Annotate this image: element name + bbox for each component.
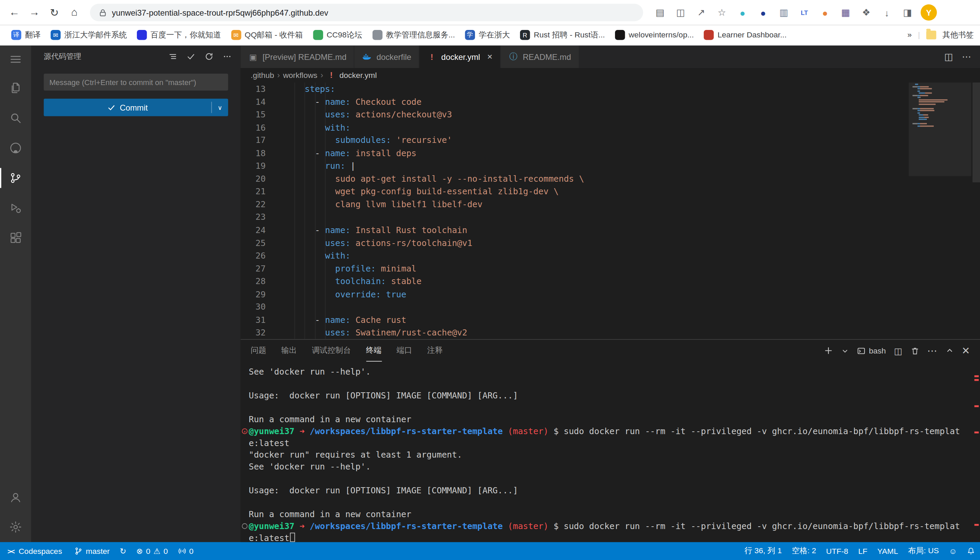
split-editor-icon[interactable]: ◫ [944, 52, 953, 63]
breadcrumb-item[interactable]: workflows [283, 71, 317, 80]
bookmark-item[interactable]: ✉浙江大学邮件系统 [46, 28, 132, 42]
commit-dropdown-chevron-icon[interactable]: ∨ [212, 99, 228, 116]
code-line[interactable]: 18 - name: install deps [241, 147, 980, 160]
sidebar-panel-icon[interactable]: ◨ [898, 3, 917, 22]
code-line[interactable]: 16 with: [241, 121, 980, 134]
status-feedback-icon[interactable]: ☺ [944, 542, 962, 560]
tab-docker-yml[interactable]: !docker.yml✕ [420, 46, 501, 68]
code-line[interactable]: 31 - name: Cache rust [241, 313, 980, 326]
extension-shield-icon[interactable]: ● [754, 3, 773, 22]
panel-tab-comments[interactable]: 注释 [427, 340, 443, 361]
bookmark-qq[interactable]: ✉QQ邮箱 - 收件箱 [226, 28, 308, 42]
back-icon[interactable]: ← [5, 3, 24, 22]
remote-indicator[interactable]: >< Codespaces [0, 542, 69, 560]
refresh-icon[interactable] [204, 52, 214, 61]
terminal-profile-chevron-icon[interactable] [841, 347, 849, 355]
code-line[interactable]: 22 clang llvm libelf1 libelf-dev [241, 198, 980, 211]
status-cursor-position[interactable]: 行 36, 列 1 [739, 542, 787, 560]
status-sync-icon[interactable]: ↻ [115, 542, 131, 560]
code-line[interactable]: 24 - name: Install Rust toolchain [241, 223, 980, 237]
commit-button-main[interactable]: Commit [43, 99, 211, 116]
status-branch[interactable]: master [69, 542, 115, 560]
browser-profile-avatar[interactable]: Y [921, 4, 937, 21]
code-line[interactable]: 28 toolchain: stable [241, 275, 980, 288]
code-line[interactable]: 19 run: | [241, 160, 980, 172]
split-screen-icon[interactable]: ◫ [671, 3, 690, 22]
code-line[interactable]: 20 sudo apt-get install -y --no-install-… [241, 172, 980, 185]
home-icon[interactable]: ⌂ [65, 3, 84, 22]
commit-message-input[interactable] [43, 74, 228, 91]
panel-tab-problems[interactable]: 问题 [251, 340, 266, 361]
commit-button[interactable]: Commit ∨ [43, 99, 228, 116]
share-icon[interactable]: ↗ [692, 3, 711, 22]
code-line[interactable]: 17 submodules: 'recursive' [241, 134, 980, 147]
downloads-icon[interactable]: ↓ [878, 3, 896, 22]
run-debug-icon[interactable] [0, 193, 31, 223]
extension-teal-icon[interactable]: ● [733, 3, 752, 22]
terminal-instance-selector[interactable]: bash [857, 346, 886, 355]
tab-dockerfile[interactable]: dockerfile [355, 46, 419, 68]
editor-scrollbar[interactable] [973, 82, 980, 182]
status-language[interactable]: YAML [872, 542, 903, 560]
code-line[interactable]: 23 [241, 211, 980, 223]
extension-orange-icon[interactable]: ● [816, 3, 834, 22]
other-bookmarks-label[interactable]: 其他书签 [943, 30, 974, 40]
bookmark-item[interactable]: 教学管理信息服务... [367, 28, 460, 42]
status-ports[interactable]: 0 [173, 542, 199, 560]
code-line[interactable]: 25 uses: actions-rs/toolchain@v1 [241, 237, 980, 249]
status-eol[interactable]: LF [853, 542, 872, 560]
refresh-icon[interactable]: ↻ [45, 3, 64, 22]
minimap[interactable] [913, 84, 968, 127]
commit-check-icon[interactable] [186, 52, 196, 61]
settings-gear-icon[interactable] [0, 512, 31, 542]
maximize-panel-icon[interactable] [945, 347, 953, 355]
panel-tab-debug-console[interactable]: 调试控制台 [312, 340, 351, 361]
breadcrumb-file[interactable]: docker.yml [339, 71, 377, 80]
code-line[interactable]: 15 uses: actions/checkout@v3 [241, 108, 980, 121]
code-line[interactable]: 13 steps: [241, 82, 980, 95]
bookmark-item[interactable]: 译翻译 [6, 28, 46, 42]
account-icon[interactable] [0, 482, 31, 512]
extension-notes-icon[interactable]: ▥ [774, 3, 793, 22]
forward-icon[interactable]: → [25, 3, 43, 22]
bookmark-cc98[interactable]: CC98论坛 [308, 28, 367, 42]
favorites-icon[interactable]: ☆ [712, 3, 731, 22]
bookmark-learner-dashboar[interactable]: Learner Dashboar... [699, 28, 792, 42]
extension-grid-icon[interactable]: ▦ [836, 3, 855, 22]
github-icon[interactable] [0, 133, 31, 163]
extensions-icon[interactable] [0, 223, 31, 253]
code-line[interactable]: 26 with: [241, 249, 980, 262]
terminal[interactable]: See 'docker run --help'. Usage: docker r… [241, 362, 980, 542]
bookmark-weloveinterns-op[interactable]: weloveinterns/op... [610, 28, 699, 42]
explorer-icon[interactable] [0, 73, 31, 103]
languagetool-icon[interactable]: LT [795, 3, 814, 22]
panel-tab-output[interactable]: 输出 [281, 340, 297, 361]
status-encoding[interactable]: UTF-8 [821, 542, 853, 560]
code-line[interactable]: 21 wget pkg-config build-essential zlib1… [241, 185, 980, 198]
search-icon[interactable] [0, 103, 31, 133]
address-bar[interactable]: yunwei37-potential-space-trout-rpr5qwj66… [90, 4, 643, 21]
menu-icon[interactable] [0, 46, 31, 73]
editor-more-actions-icon[interactable]: ⋯ [962, 52, 972, 63]
panel-tab-terminal[interactable]: 终端 [366, 340, 382, 361]
code-line[interactable]: 30 [241, 300, 980, 313]
kill-terminal-trash-icon[interactable] [911, 346, 920, 355]
new-terminal-icon[interactable] [824, 346, 834, 355]
code-editor[interactable]: 13 steps:14 - name: Checkout code15 uses… [241, 82, 980, 339]
panel-more-actions-icon[interactable]: ⋯ [927, 345, 937, 357]
bookmarks-overflow-chevron[interactable]: » [908, 31, 912, 40]
more-actions-icon[interactable] [222, 52, 232, 61]
close-icon[interactable]: ✕ [487, 53, 493, 61]
source-control-icon[interactable] [0, 163, 31, 193]
code-line[interactable]: 27 profile: minimal [241, 262, 980, 275]
breadcrumb-item[interactable]: .github [251, 71, 274, 80]
bookmark-item[interactable]: 学学在浙大 [460, 28, 515, 42]
bookmark-rust-rust[interactable]: RRust 招聘 - Rust语... [515, 28, 610, 42]
status-problems[interactable]: ⊗ 0 ⚠ 0 [131, 542, 173, 560]
tab-preview-readme-md[interactable]: ▣[Preview] README.md [241, 46, 355, 68]
split-terminal-icon[interactable]: ◫ [894, 346, 902, 355]
status-bell-icon[interactable] [962, 542, 980, 560]
tab-readme-md[interactable]: ⓘREADME.md [501, 46, 579, 68]
collections-icon[interactable]: ▤ [651, 3, 669, 22]
status-keyboard-layout[interactable]: 布局: US [903, 542, 944, 560]
